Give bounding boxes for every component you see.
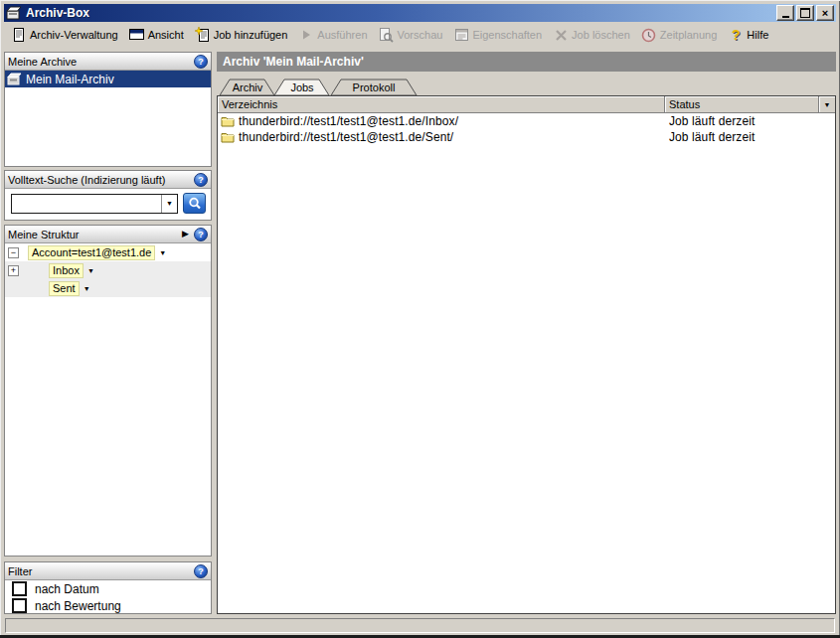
maximize-icon <box>800 8 810 18</box>
preview-icon <box>379 27 395 43</box>
column-header-status[interactable]: Status <box>665 96 819 113</box>
expand-box-icon[interactable]: + <box>8 265 19 276</box>
panel-title: Meine Struktur <box>8 229 80 240</box>
minimize-icon <box>782 16 789 18</box>
toolbar-eigenschaften: Eigenschaften <box>449 25 549 45</box>
delete-icon <box>553 27 569 43</box>
filter-panel: Filter ? nach Datum nach Bewertung <box>4 561 212 614</box>
filter-panel-header: Filter ? <box>5 562 211 580</box>
table-row[interactable]: thunderbird://test1/test1@test1.de/Inbox… <box>218 113 835 129</box>
toolbar-vorschau: Vorschau <box>375 25 450 45</box>
tree-row-inbox[interactable]: + Inbox ▼ <box>5 261 211 279</box>
document-icon <box>11 27 27 43</box>
chevron-down-icon[interactable]: ▼ <box>87 267 94 274</box>
tree-row-account[interactable]: − Account=test1@test1.de ▼ <box>5 243 211 261</box>
toolbar-hilfe[interactable]: ? Hilfe <box>724 25 775 45</box>
checkbox-label: nach Datum <box>35 582 99 596</box>
checkbox-label: nach Bewertung <box>35 599 121 613</box>
add-job-icon <box>195 27 211 43</box>
main-area: Archiv 'Mein Mail-Archiv' Archiv Jobs Pr… <box>217 52 836 614</box>
toolbar-label: Vorschau <box>398 29 443 41</box>
help-icon[interactable]: ? <box>194 173 208 187</box>
play-icon <box>298 27 314 43</box>
search-row: ▼ <box>5 189 211 218</box>
search-input[interactable] <box>12 195 161 213</box>
tree-node-label[interactable]: Account=test1@test1.de <box>28 245 155 260</box>
tree-node-label[interactable]: Inbox <box>49 263 84 278</box>
chevron-down-icon[interactable]: ▼ <box>159 249 166 256</box>
table-row[interactable]: thunderbird://test1/test1@test1.de/Sent/… <box>218 129 835 145</box>
toolbar-ausfuehren: Ausführen <box>294 25 374 45</box>
title-bar: Archiv-Box × <box>4 4 836 22</box>
archive-item-label: Mein Mail-Archiv <box>26 73 114 86</box>
toolbar-label: Hilfe <box>747 29 768 41</box>
tab-bar: Archiv Jobs Protokoll <box>218 78 436 96</box>
column-options-button[interactable]: ▼ <box>819 96 835 113</box>
archives-panel-header: Meine Archive ? <box>5 53 211 71</box>
main-header-bar: Archiv 'Mein Mail-Archiv' <box>217 52 836 72</box>
tab-label: Archiv <box>233 81 263 93</box>
toolbar-label: Archiv-Verwaltung <box>30 29 118 41</box>
help-icon[interactable]: ? <box>194 228 208 241</box>
search-panel-header: Volltext-Suche (Indizierung läuft) ? <box>5 171 211 189</box>
archive-box-icon <box>7 73 22 85</box>
folder-icon <box>221 131 235 143</box>
toolbar-archiv-verwaltung[interactable]: Archiv-Verwaltung <box>7 25 125 45</box>
toolbar-label: Job hinzufügen <box>214 29 288 41</box>
structure-panel: Meine Struktur ▶ ? − Account=test1@test1… <box>4 225 212 557</box>
tab-jobs[interactable]: Jobs <box>274 80 329 95</box>
jobs-table: Verzeichnis Status ▼ thunderbird://test1… <box>217 95 836 614</box>
tab-protokoll[interactable]: Protokoll <box>331 80 417 95</box>
filter-nach-bewertung[interactable]: nach Bewertung <box>5 597 211 614</box>
panel-title: Meine Archive <box>8 56 77 68</box>
status-bar <box>5 618 835 633</box>
collapse-box-icon[interactable]: − <box>8 247 19 258</box>
panel-title: Filter <box>8 565 32 577</box>
tree-row-sent[interactable]: Sent ▼ <box>5 279 211 297</box>
toolbar: Archiv-Verwaltung Ansicht Job hinzufügen… <box>4 23 836 47</box>
archive-list-item[interactable]: Mein Mail-Archiv <box>5 71 211 87</box>
page-title: Archiv 'Mein Mail-Archiv' <box>223 55 364 69</box>
table-cell-verzeichnis: thunderbird://test1/test1@test1.de/Inbox… <box>239 114 458 128</box>
tab-archiv[interactable]: Archiv <box>220 80 274 95</box>
toolbar-label: Job löschen <box>572 29 630 41</box>
app-window: Archiv-Box × Archiv-Verwaltung Ansicht J… <box>0 0 840 638</box>
toolbar-ansicht[interactable]: Ansicht <box>125 25 191 45</box>
table-cell-status: Job läuft derzeit <box>665 130 835 144</box>
tab-label: Protokoll <box>353 81 396 93</box>
checkbox-icon[interactable] <box>12 581 27 596</box>
table-cell-verzeichnis: thunderbird://test1/test1@test1.de/Sent/ <box>239 130 453 144</box>
minimize-button[interactable] <box>776 5 794 21</box>
help-question-icon: ? <box>728 27 744 43</box>
checkbox-icon[interactable] <box>12 598 27 613</box>
expand-arrow-icon[interactable]: ▶ <box>182 230 189 239</box>
search-icon <box>187 196 203 212</box>
search-button[interactable] <box>183 193 206 214</box>
close-button[interactable]: × <box>816 5 834 21</box>
table-header: Verzeichnis Status ▼ <box>218 96 835 113</box>
panel-title: Volltext-Suche (Indizierung läuft) <box>8 174 165 186</box>
help-icon[interactable]: ? <box>194 564 208 578</box>
toolbar-label: Zeitplanung <box>660 29 718 41</box>
toolbar-label: Eigenschaften <box>472 29 542 41</box>
column-header-verzeichnis[interactable]: Verzeichnis <box>218 96 665 113</box>
toolbar-label: Ausführen <box>317 29 367 41</box>
window-title: Archiv-Box <box>26 6 774 20</box>
toolbar-job-hinzufuegen[interactable]: Job hinzufügen <box>191 25 295 45</box>
tree-node-label[interactable]: Sent <box>49 281 80 296</box>
archives-panel: Meine Archive ? Mein Mail-Archiv <box>4 52 212 167</box>
properties-icon <box>453 27 469 43</box>
folder-icon <box>221 115 235 127</box>
table-cell-status: Job läuft derzeit <box>665 114 835 128</box>
structure-tree: − Account=test1@test1.de ▼ + Inbox ▼ Sen… <box>5 243 211 297</box>
toolbar-zeitplanung: Zeitplanung <box>637 25 725 45</box>
app-icon <box>6 6 22 20</box>
filter-nach-datum[interactable]: nach Datum <box>5 580 211 597</box>
window-icon <box>129 27 145 43</box>
maximize-button[interactable] <box>796 5 814 21</box>
chevron-down-icon[interactable]: ▼ <box>84 285 90 292</box>
search-combobox: ▼ <box>11 194 178 214</box>
toolbar-label: Ansicht <box>148 29 184 41</box>
chevron-down-icon[interactable]: ▼ <box>161 195 177 213</box>
help-icon[interactable]: ? <box>194 55 208 69</box>
